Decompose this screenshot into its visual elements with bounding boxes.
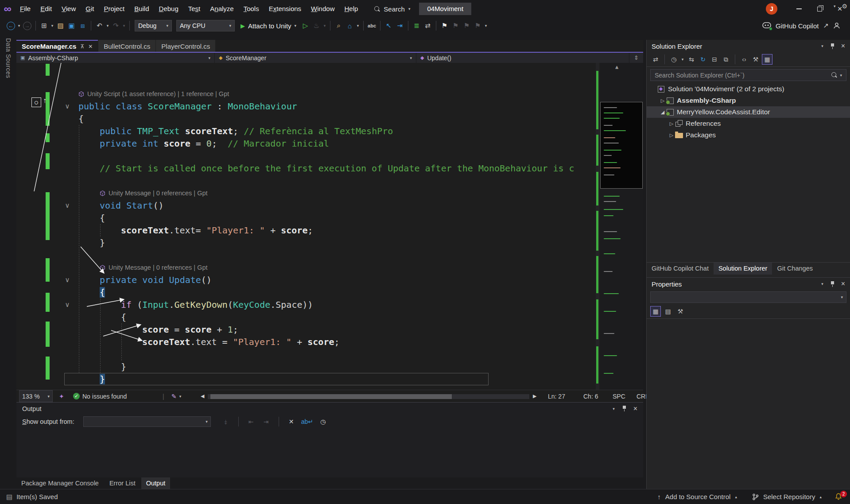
code-cleanup-icon[interactable]: ✎▾	[171, 390, 181, 402]
outline-collapse-icon[interactable]: ∨	[62, 274, 72, 286]
pin-icon[interactable]	[830, 43, 834, 50]
tree-item-packages[interactable]: ▷Packages	[647, 129, 850, 141]
outline-collapse-icon[interactable]: ∨	[62, 100, 72, 112]
chevron-down-icon[interactable]: ▾	[322, 23, 327, 28]
scroll-up-icon[interactable]: ▲	[615, 64, 618, 70]
menu-tools[interactable]: Tools	[239, 3, 264, 15]
goto-last-message-icon[interactable]: ⤈	[221, 418, 231, 426]
alphabetical-icon[interactable]: ▤	[663, 306, 673, 317]
spaces-indicator[interactable]: SPC	[613, 390, 625, 402]
pin-icon[interactable]	[830, 281, 834, 287]
menu-analyze[interactable]: Analyze	[205, 3, 238, 15]
outline-collapse-icon[interactable]: ∨	[62, 199, 72, 212]
prev-message-icon[interactable]: ⇤	[246, 418, 256, 425]
next-bookmark-icon[interactable]: ⚑	[461, 20, 472, 31]
window-position-dropdown-icon[interactable]: ▾	[821, 44, 823, 48]
codelens-link[interactable]: Unity Message | 0 references | Gpt	[100, 187, 208, 199]
window-position-dropdown-icon[interactable]: ▾	[821, 282, 823, 286]
tool-tab-solution-explorer[interactable]: Solution Explorer	[714, 263, 772, 275]
chevron-down-icon[interactable]: ▾	[121, 23, 127, 28]
add-to-source-control-button[interactable]: Add to Source Control	[665, 493, 731, 500]
close-icon[interactable]: ×	[841, 43, 845, 50]
editor-options-gear-icon[interactable]: ⚙	[842, 3, 847, 10]
sync-with-active-document-icon[interactable]: ⇆	[686, 54, 697, 65]
split-editor-handle[interactable]: ⇕	[629, 53, 643, 63]
next-message-icon[interactable]: ⇥	[261, 418, 272, 425]
collapsed-arrow-icon[interactable]: ▷	[668, 121, 675, 127]
collapsed-arrow-icon[interactable]: ▷	[659, 98, 666, 104]
hot-reload-icon[interactable]: ♨	[311, 20, 322, 31]
find-in-files-icon[interactable]: ⌕	[333, 20, 344, 31]
output-source-dropdown[interactable]: ▾	[83, 416, 211, 427]
notifications-bell-icon[interactable]: 2	[835, 493, 844, 501]
chevron-down-icon[interactable]: ▾	[483, 23, 489, 28]
codelens-link[interactable]: Unity Script (1 asset reference) | 1 ref…	[78, 88, 229, 100]
browser-home-icon[interactable]: ⌂	[344, 20, 355, 31]
zoom-dropdown[interactable]: 133 % ▾	[19, 390, 53, 402]
line-indicator[interactable]: Ln: 27	[548, 390, 565, 402]
menu-extensions[interactable]: Extensions	[264, 3, 306, 15]
menu-help[interactable]: Help	[339, 3, 363, 15]
navigate-forward-icon[interactable]: →	[22, 20, 33, 31]
categorized-icon[interactable]: ▦	[650, 306, 661, 317]
output-body[interactable]	[16, 429, 643, 477]
select-repository-button[interactable]: Select Repository	[763, 493, 815, 500]
selection-pointer-icon[interactable]: ↖	[383, 20, 394, 31]
tree-item-merryyellow-codeassist-editor[interactable]: ◢MerryYellow.CodeAssist.Editor	[647, 106, 850, 118]
spell-check-icon[interactable]: abc	[366, 20, 377, 31]
undo-icon[interactable]: ↶	[94, 20, 105, 31]
tab-list-dropdown-icon[interactable]: ▾	[834, 4, 836, 8]
chevron-down-icon[interactable]: ▾	[105, 23, 110, 28]
navigate-backward-icon[interactable]: ←	[5, 20, 16, 31]
toggle-bookmark-icon[interactable]: ⚑	[439, 20, 450, 31]
data-sources-tab[interactable]: Data Sources	[0, 34, 16, 489]
codelens-link[interactable]: Unity Message | 0 references | Gpt	[100, 261, 208, 274]
horizontal-scrollbar[interactable]	[208, 394, 529, 399]
menu-project[interactable]: Project	[99, 3, 129, 15]
panel-tab-output[interactable]: Output	[141, 477, 171, 489]
close-tab-icon[interactable]: ✕	[88, 43, 93, 50]
search-button[interactable]: Search ▾	[374, 5, 410, 13]
breadcrumb-type-dropdown[interactable]: ◆ ScoreManager ▾	[215, 53, 416, 63]
timestamps-icon[interactable]: ◷	[318, 418, 328, 425]
scroll-right-icon[interactable]: ▶	[533, 390, 536, 402]
column-indicator[interactable]: Ch: 6	[583, 390, 598, 402]
minimap-viewport[interactable]	[600, 102, 643, 189]
menu-file[interactable]: File	[15, 3, 35, 15]
menu-view[interactable]: View	[57, 3, 81, 15]
breadcrumb-member-dropdown[interactable]: ◆ Update()	[416, 53, 455, 63]
code-line[interactable]: {	[100, 286, 105, 299]
menu-window[interactable]: Window	[306, 3, 339, 15]
scroll-left-icon[interactable]: ◀	[201, 390, 204, 402]
tab-scoremanager-cs[interactable]: ScoreManager.cs⊼✕	[16, 40, 98, 52]
pin-icon[interactable]	[622, 405, 626, 412]
outline-collapse-icon[interactable]: ∨	[62, 299, 72, 311]
refresh-icon[interactable]: ↻	[698, 54, 708, 65]
comment-selection-icon[interactable]: ⇄	[422, 20, 433, 31]
solution-platforms-dropdown[interactable]: Any CPU▾	[176, 20, 235, 31]
code-line[interactable]: scoreText.text = "Player1: " + score;	[142, 336, 340, 348]
menu-git[interactable]: Git	[81, 3, 99, 15]
properties-object-dropdown[interactable]: ▾	[650, 291, 846, 303]
code-line[interactable]: {	[121, 311, 126, 323]
chevron-down-icon[interactable]: ▾	[50, 23, 55, 28]
solution-configurations-dropdown[interactable]: Debug▾	[135, 20, 172, 31]
menu-test[interactable]: Test	[183, 3, 206, 15]
code-editor[interactable]: ∨∨∨∨ Unity Script (1 asset reference) | …	[16, 63, 643, 390]
code-line[interactable]: scoreText.text= "Player1: " + score;	[121, 224, 313, 236]
code-line[interactable]: }	[121, 361, 126, 373]
format-document-icon[interactable]: ≣	[411, 20, 422, 31]
breadcrumb-project-dropdown[interactable]: ▣ Assembly-CSharp ▾	[16, 53, 215, 63]
start-without-debugging-icon[interactable]: ▷	[300, 20, 311, 31]
solution-search-input[interactable]: Search Solution Explorer (Ctrl+`) ▾	[650, 69, 846, 81]
pin-icon[interactable]: ⊼	[80, 43, 84, 50]
open-file-icon[interactable]: ▨	[55, 20, 66, 31]
tab-playercontrol-cs[interactable]: PlayerControl.cs	[156, 40, 215, 52]
tree-item-assembly-csharp[interactable]: ▷Assembly-CSharp	[647, 95, 850, 106]
tree-item-references[interactable]: ▷References	[647, 118, 850, 129]
preview-selected-icon[interactable]: ▦	[762, 54, 772, 65]
view-code-icon[interactable]: ‹›	[739, 54, 749, 65]
tool-tab-git-changes[interactable]: Git Changes	[772, 263, 818, 275]
scope-icon[interactable]: ⧉	[721, 54, 731, 65]
panel-tab-package-manager-console[interactable]: Package Manager Console	[16, 477, 104, 489]
